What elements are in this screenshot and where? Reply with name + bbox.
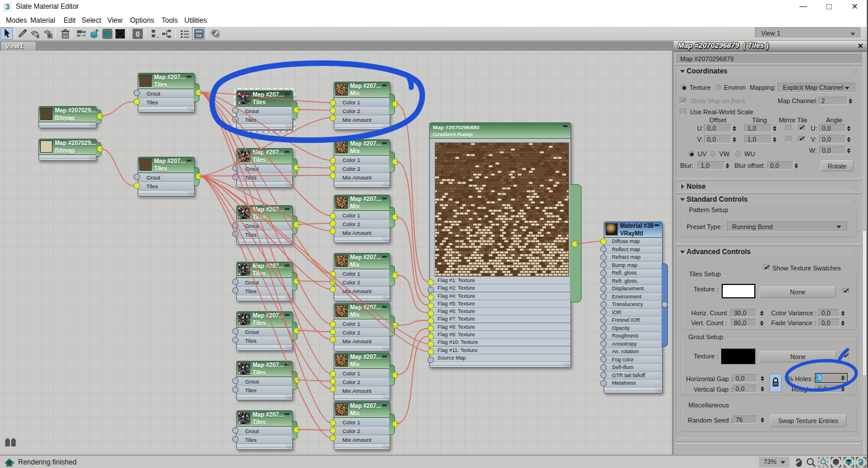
svg-text:0: 0 (136, 30, 140, 38)
